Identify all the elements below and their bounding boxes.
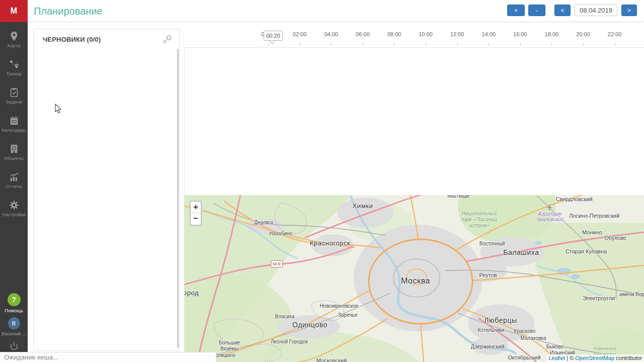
zoom-out-button[interactable]: - (528, 5, 545, 16)
sidebar-item-objects[interactable]: Объекты (0, 138, 28, 166)
timeline: 00:0002:0004:0006:0008:0010:0012:0014:00… (184, 22, 644, 48)
road-ref-badge: М-9 (271, 260, 283, 267)
map-label: Химки (353, 202, 373, 210)
map-label: Восточный (479, 241, 505, 246)
user-avatar: В (8, 317, 20, 329)
osm-link[interactable]: OpenStreetMap (575, 355, 614, 361)
attribution-separator: | © (565, 355, 575, 361)
map-label: Национальный (461, 211, 497, 216)
map-label: Власиха (275, 314, 294, 319)
date-input[interactable] (575, 4, 617, 16)
map-label: Котельники (478, 327, 505, 333)
status-text: Ожидание кеша... (4, 353, 58, 361)
map-label: Нахабино (269, 231, 292, 236)
route-icon (9, 59, 20, 70)
map-zoom-out-button[interactable]: − (191, 213, 201, 225)
map-labels: МытищиХимкиНациональныйпарк «Лосиныйостр… (184, 195, 644, 362)
tasks-icon (9, 87, 20, 98)
map-label: Аэропорт (538, 211, 562, 217)
map-zoom-control: + − (190, 201, 202, 226)
help-label: Помощь (5, 308, 23, 313)
map-label: парк «Лосиный (461, 217, 497, 222)
sidebar-item-label: Карта (8, 43, 20, 48)
gear-icon (9, 200, 20, 211)
sidebar: M Карта Трекер Задачи Календарь Объекты (0, 0, 28, 362)
drafts-scrollbar[interactable] (177, 49, 179, 348)
building-icon (9, 143, 20, 154)
sidebar-nav: Карта Трекер Задачи Календарь Объекты От… (0, 25, 28, 222)
map-attribution: Leaflet | © OpenStreetMap contributor (546, 354, 644, 362)
map-zoom-in-button[interactable]: + (191, 202, 201, 213)
map-label: Одинцово (292, 321, 328, 329)
calendar-icon (9, 115, 20, 126)
panel-timeline-divider (184, 23, 185, 195)
map-label: Большие (219, 340, 240, 345)
user-label: Василий ... (2, 331, 26, 336)
map-label: Обухово (604, 235, 626, 241)
sidebar-item-map[interactable]: Карта (0, 25, 28, 53)
sidebar-item-label: Настройки (2, 212, 26, 217)
chart-icon (9, 171, 20, 183)
sidebar-item-tasks[interactable]: Задачи (0, 81, 28, 110)
map-label: Дзержинский (470, 343, 504, 349)
zoom-in-button[interactable]: + (507, 5, 525, 16)
map-label: Красногорск (310, 239, 351, 247)
map-label: Лосино-Петровский (569, 213, 619, 219)
sidebar-item-tracker[interactable]: Трекер (0, 53, 28, 81)
prev-day-button[interactable]: < (554, 5, 571, 16)
map-label: Свердловский (555, 196, 592, 202)
next-day-button[interactable]: > (621, 5, 637, 16)
sidebar-item-label: Календарь (2, 128, 26, 133)
map-label: Москва (401, 277, 430, 286)
map-label: Лесной Городок (271, 339, 308, 344)
map-label: Люберцы (484, 316, 517, 324)
map-label: Дедовск (254, 220, 273, 225)
map-label: город (184, 289, 199, 297)
sidebar-item-calendar[interactable]: Календарь (0, 110, 28, 138)
map-label: Красково (514, 328, 536, 334)
sidebar-item-user[interactable]: В Василий ... (0, 317, 28, 336)
app-logo[interactable]: M (0, 0, 28, 22)
sidebar-item-label: Трекер (6, 71, 22, 76)
sidebar-item-settings[interactable]: Настройки (0, 194, 28, 222)
map-label: Раменский (593, 346, 616, 351)
drafts-panel: ЧЕРНОВИКИ (0/0) (33, 29, 180, 351)
map-label: Вязёмы (220, 346, 238, 351)
map-label: Старая Купавна (566, 248, 607, 254)
topbar: Планирование + - < > (28, 0, 644, 22)
map-label: Московский (316, 357, 347, 362)
map[interactable]: МытищиХимкиНациональныйпарк «Лосиныйостр… (184, 195, 644, 362)
map-label: Октябрьский (508, 354, 540, 360)
map-label: имени Воро (619, 292, 644, 297)
help-icon: ? (8, 293, 21, 306)
app-window: M Карта Трекер Задачи Календарь Объекты (0, 0, 644, 362)
sidebar-item-label: Отчеты (6, 184, 22, 189)
page-title: Планирование (34, 0, 103, 22)
map-label: Балашиха (503, 248, 539, 256)
map-label: Монино (582, 229, 602, 235)
map-label: Электроугли (583, 295, 615, 301)
attribution-suffix: contributor (614, 355, 642, 361)
sidebar-item-label: Объекты (4, 156, 24, 161)
sidebar-item-reports[interactable]: Отчеты (0, 166, 28, 194)
map-label: Малаховка (520, 335, 546, 341)
airport-icon (546, 204, 553, 210)
map-label: Реутов (479, 272, 497, 278)
map-label: Быково (546, 344, 564, 349)
map-label: Заречье (338, 312, 357, 318)
status-bar: Ожидание кеша... (0, 352, 216, 362)
drafts-panel-title: ЧЕРНОВИКИ (0/0) (43, 36, 101, 43)
drafts-settings-icon[interactable] (161, 33, 173, 45)
map-label: Новоивановское (320, 303, 359, 309)
map-label: Мытищи (447, 195, 469, 199)
leaflet-link[interactable]: Leaflet (548, 355, 565, 361)
sidebar-item-label: Задачи (6, 100, 22, 105)
map-pin-icon (9, 31, 20, 42)
time-marker: 00:20 (264, 31, 283, 41)
sidebar-item-help[interactable]: ? Помощь (0, 293, 28, 313)
map-label: остров» (469, 223, 490, 228)
map-label: Чкаловский (536, 217, 564, 222)
